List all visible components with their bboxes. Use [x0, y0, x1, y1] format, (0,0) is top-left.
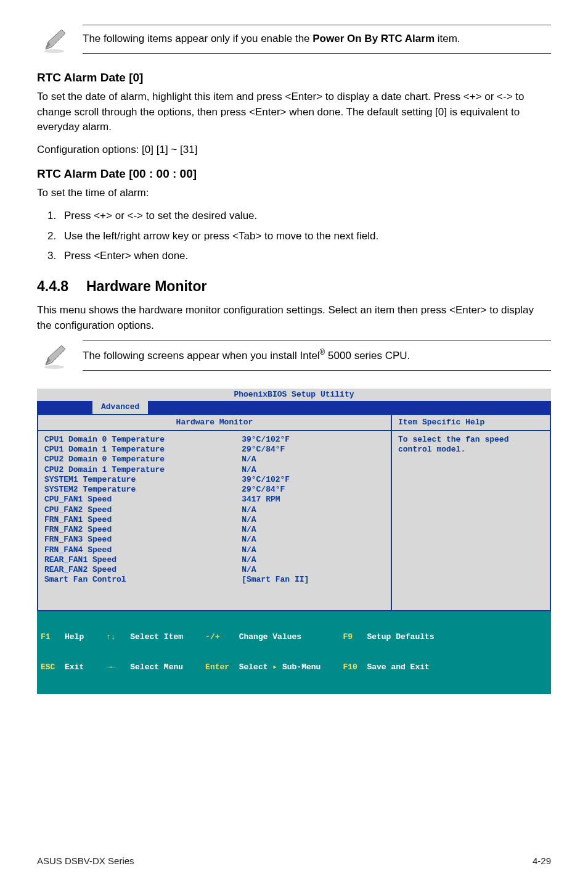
rtc-alarm-date-desc: To set the date of alarm, highlight this… — [37, 89, 551, 135]
bios-row: CPU2 Domain 1 TemperatureN/A — [44, 465, 385, 475]
footer-left: ASUS DSBV-DX Series — [37, 854, 134, 868]
bios-row: SYSTEM1 Temperature39°C/102°F — [44, 475, 385, 485]
pencil-icon — [37, 25, 71, 59]
bios-row: SYSTEM2 Temperature29°C/84°F — [44, 485, 385, 495]
bios-tab-advanced: Advanced — [92, 401, 148, 413]
step-3: Press <Enter> when done. — [59, 249, 551, 264]
page-footer: ASUS DSBV-DX Series 4-29 — [37, 854, 551, 868]
pencil-icon — [37, 340, 71, 375]
bios-title: PhoenixBIOS Setup Utility — [37, 389, 551, 401]
bios-row: FRN_FAN2 SpeedN/A — [44, 525, 385, 535]
bios-screenshot: PhoenixBIOS Setup Utility Advanced Hardw… — [37, 389, 551, 694]
svg-point-3 — [44, 365, 64, 369]
steps-list: Press <+> or <-> to set the desired valu… — [37, 208, 551, 264]
rtc-alarm-time-heading: RTC Alarm Date [00 : 00 : 00] — [37, 165, 551, 183]
bios-menubar: Advanced — [37, 401, 551, 413]
bios-panel-title: Hardware Monitor — [38, 415, 391, 431]
bios-row: FRN_FAN4 SpeedN/A — [44, 545, 385, 555]
bios-row: CPU_FAN2 SpeedN/A — [44, 505, 385, 515]
bios-footer: F1 Help ESC Exit ↑↓ Select Item →← Selec… — [37, 611, 551, 694]
note-power-on-rtc: The following items appear only if you e… — [37, 25, 551, 59]
rtc-alarm-date-heading: RTC Alarm Date [0] — [37, 69, 551, 86]
bios-row: CPU_FAN1 Speed3417 RPM — [44, 495, 385, 505]
bios-row: FRN_FAN1 SpeedN/A — [44, 515, 385, 525]
bios-row: REAR_FAN1 SpeedN/A — [44, 555, 385, 565]
bios-row: CPU1 Domain 1 Temperature29°C/84°F — [44, 445, 385, 455]
footer-right: 4-29 — [533, 854, 551, 868]
bios-help-text: To select the fan speed control model. — [392, 431, 550, 459]
bios-row: REAR_FAN2 SpeedN/A — [44, 565, 385, 575]
bios-row: Smart Fan Control[Smart Fan II] — [44, 575, 385, 585]
section-heading: 4.4.8Hardware Monitor — [37, 276, 551, 297]
step-2: Use the left/right arrow key or press <T… — [59, 229, 551, 244]
bios-rows: CPU1 Domain 0 Temperature39°C/102°F CPU1… — [38, 431, 391, 610]
rtc-alarm-time-desc: To set the time of alarm: — [37, 186, 551, 201]
bios-help-panel: Item Specific Help To select the fan spe… — [391, 415, 551, 611]
section-desc: This menu shows the hardware monitor con… — [37, 303, 551, 333]
bios-row: CPU2 Domain 0 TemperatureN/A — [44, 455, 385, 464]
bios-row: CPU1 Domain 0 Temperature39°C/102°F — [44, 435, 385, 445]
note-text: The following items appear only if you e… — [83, 25, 551, 54]
svg-point-0 — [44, 49, 64, 53]
bios-left-panel: Hardware Monitor CPU1 Domain 0 Temperatu… — [37, 415, 391, 611]
bios-help-title: Item Specific Help — [392, 415, 550, 431]
note-text: The following screens appear when you in… — [83, 340, 551, 370]
svg-marker-4 — [46, 345, 65, 365]
note-intel-5000: The following screens appear when you in… — [37, 340, 551, 375]
bios-row: FRN_FAN3 SpeedN/A — [44, 535, 385, 545]
rtc-alarm-date-options: Configuration options: [0] [1] ~ [31] — [37, 142, 551, 158]
step-1: Press <+> or <-> to set the desired valu… — [59, 208, 551, 224]
